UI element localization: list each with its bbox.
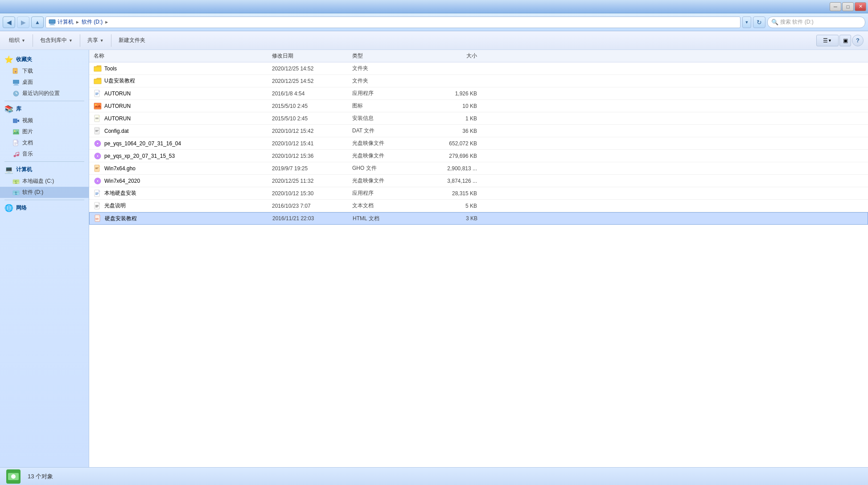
sidebar-item-music[interactable]: 音乐 [0,148,89,160]
file-icon-img [94,102,102,110]
sidebar-computer-header[interactable]: 💻 计算机 [0,164,89,176]
table-row[interactable]: pe_yqs_1064_20_07_31_16_04 2020/10/12 15… [89,137,868,150]
svg-rect-6 [13,80,19,84]
sidebar-item-disk-d[interactable]: D 软件 (D:) [0,187,89,198]
status-count: 13 个对象 [28,473,53,481]
include-library-button[interactable]: 包含到库中 ▼ [36,33,77,48]
image-icon [12,128,20,136]
toolbar-sep-3 [111,34,111,47]
sidebar-item-recent[interactable]: 最近访问的位置 [0,88,89,99]
search-bar[interactable]: 🔍 搜索 软件 (D:) [767,16,865,28]
view-icon: ☰ [823,37,828,44]
back-button[interactable]: ◀ [3,16,15,28]
file-name: AUTORUN [104,90,131,97]
sidebar-favorites-label: 收藏夹 [16,56,32,63]
title-bar: ─ □ ✕ [0,0,868,13]
file-icon-txt [94,202,102,210]
sidebar-network-section: 🌐 网络 [0,202,89,214]
svg-rect-49 [95,131,98,132]
sidebar-item-image[interactable]: 图片 [0,126,89,137]
sidebar-item-download[interactable]: 下载 [0,66,89,77]
table-row[interactable]: AUTORUN 2015/5/10 2:45 图标 10 KB [89,100,868,112]
up-button[interactable]: ▲ [31,16,44,28]
file-icon-folder [94,65,102,73]
file-date: 2020/12/25 11:32 [272,178,352,184]
address-dropdown[interactable]: ▼ [742,16,751,28]
organize-button[interactable]: 组织 ▼ [4,33,30,48]
view-button[interactable]: ☰ ▼ [816,35,839,46]
column-date[interactable]: 修改日期 [272,52,352,60]
include-library-label: 包含到库中 [40,37,67,44]
column-name[interactable]: 名称 [94,52,272,60]
organize-dropdown-arrow: ▼ [21,38,25,43]
svg-rect-2 [50,24,54,25]
share-button[interactable]: 共享 ▼ [83,33,108,48]
file-date: 2020/12/25 14:52 [272,78,352,84]
file-name: 硬盘安装教程 [105,215,137,222]
sidebar-favorites-header[interactable]: ⭐ 收藏夹 [0,53,89,66]
svg-marker-13 [17,119,19,122]
table-row[interactable]: 本地硬盘安装 2020/10/12 15:30 应用程序 28,315 KB [89,187,868,200]
table-row[interactable]: Win7x64.gho 2019/9/7 19:25 GHO 文件 2,900,… [89,162,868,175]
file-icon-gho [94,164,102,173]
breadcrumb-disk-d[interactable]: 软件 (D:) [82,18,103,26]
video-icon [12,117,20,124]
table-row[interactable]: AUTORUN 2016/1/8 4:54 应用程序 1,926 KB [89,87,868,100]
file-icon-exe [94,189,102,197]
search-placeholder: 搜索 软件 (D:) [780,18,814,26]
file-icon-html: </> [94,214,102,222]
table-row[interactable]: 光盘说明 2016/10/23 7:07 文本文档 5 KB [89,200,868,212]
minimize-button[interactable]: ─ [830,2,841,11]
sidebar-network-header[interactable]: 🌐 网络 [0,202,89,214]
refresh-button[interactable]: ↻ [753,16,765,28]
svg-rect-68 [95,206,99,206]
forward-button[interactable]: ▶ [17,16,29,28]
svg-point-53 [97,155,99,157]
sidebar-item-desktop[interactable]: 桌面 [0,77,89,88]
table-row[interactable]: Win7x64_2020 2020/12/25 11:32 光盘映像文件 3,8… [89,175,868,187]
file-type: 文件夹 [352,77,415,85]
svg-rect-4 [13,68,17,74]
sidebar-library-header[interactable]: 📚 库 [0,103,89,115]
column-size[interactable]: 大小 [415,52,477,60]
file-name-cell: AUTORUN [94,102,272,110]
help-button[interactable]: ? [852,35,864,46]
table-row[interactable]: </> 硬盘安装教程 2016/11/21 22:03 HTML 文档 3 KB [89,212,868,225]
sidebar-video-label: 视频 [22,117,33,124]
svg-rect-3 [49,25,55,25]
file-size: 652,072 KB [415,140,477,147]
column-type[interactable]: 类型 [352,52,415,60]
toolbar: 组织 ▼ 包含到库中 ▼ 共享 ▼ 新建文件夹 ☰ ▼ ▣ ? [0,31,868,50]
file-name-cell: Win7x64_2020 [94,177,272,185]
table-row[interactable]: U盘安装教程 2020/12/25 14:52 文件夹 [89,75,868,87]
sidebar-computer-section: 💻 计算机 C 本地磁盘 (C:) D 软件 (D:) [0,164,89,198]
svg-point-51 [97,143,99,144]
breadcrumb-computer[interactable]: 计算机 [58,18,74,26]
table-row[interactable]: Tools 2020/12/25 14:52 文件夹 [89,62,868,75]
svg-rect-39 [95,95,98,95]
close-button[interactable]: ✕ [855,2,866,11]
file-type: GHO 文件 [352,164,415,172]
file-name-cell: Win7x64.gho [94,164,272,173]
sidebar-item-disk-c[interactable]: C 本地磁盘 (C:) [0,176,89,187]
title-bar-buttons[interactable]: ─ □ ✕ [830,2,866,11]
table-row[interactable]: AUTORUN 2015/5/10 2:45 安装信息 1 KB [89,112,868,125]
table-row[interactable]: Config.dat 2020/10/12 15:42 DAT 文件 36 KB [89,125,868,137]
svg-rect-44 [95,118,99,118]
new-folder-label: 新建文件夹 [119,37,145,44]
file-date: 2019/9/7 19:25 [272,165,352,172]
maximize-button[interactable]: □ [842,2,854,11]
table-row[interactable]: pe_yqs_xp_20_07_31_15_53 2020/10/12 15:3… [89,150,868,162]
preview-button[interactable]: ▣ [839,35,851,46]
file-date: 2020/10/12 15:36 [272,153,352,159]
organize-label: 组织 [9,37,20,44]
sidebar-item-video[interactable]: 视频 [0,115,89,126]
svg-rect-57 [95,169,98,169]
new-folder-button[interactable]: 新建文件夹 [114,33,150,48]
file-name-cell: 光盘说明 [94,202,272,210]
file-date: 2020/12/25 14:52 [272,66,352,72]
svg-point-15 [14,130,16,132]
recent-icon [12,90,20,97]
file-size: 3,874,126 ... [415,178,477,184]
sidebar-item-docs[interactable]: 文档 [0,137,89,148]
